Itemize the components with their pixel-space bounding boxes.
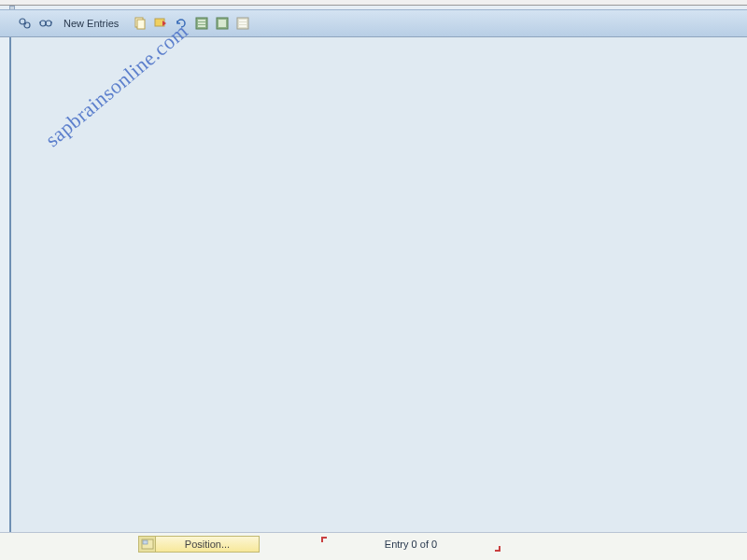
- svg-rect-18: [239, 25, 247, 27]
- bracket-top-left: [321, 537, 329, 552]
- position-button-label: Position...: [156, 539, 259, 550]
- svg-point-3: [40, 21, 46, 26]
- svg-rect-11: [198, 22, 205, 24]
- window-top-border: [0, 0, 747, 6]
- footer: Position... Entry 0 of 0: [0, 532, 747, 560]
- svg-rect-12: [198, 25, 205, 27]
- position-icon: [139, 537, 156, 552]
- watermark-text: sapbrainsonline.com: [41, 19, 193, 152]
- svg-rect-16: [239, 20, 247, 21]
- position-button[interactable]: Position...: [138, 536, 260, 553]
- svg-rect-10: [198, 20, 205, 21]
- svg-rect-7: [137, 20, 145, 29]
- new-entries-button[interactable]: New Entries: [60, 16, 122, 31]
- svg-rect-20: [143, 540, 148, 544]
- delimit-icon[interactable]: [152, 15, 169, 32]
- svg-point-4: [46, 21, 51, 26]
- entry-indicator: Entry 0 of 0: [261, 536, 560, 553]
- undo-icon[interactable]: [173, 15, 190, 32]
- select-all-icon[interactable]: [193, 15, 210, 32]
- svg-rect-17: [239, 22, 247, 24]
- copy-icon[interactable]: [132, 15, 148, 32]
- entry-count-text: Entry 0 of 0: [385, 539, 437, 550]
- glasses-icon[interactable]: [37, 15, 54, 32]
- content-area: sapbrainsonline.com: [9, 37, 747, 532]
- toolbar: New Entries: [0, 9, 747, 37]
- deselect-icon[interactable]: [234, 15, 251, 32]
- svg-rect-14: [218, 20, 226, 27]
- display-change-icon[interactable]: [17, 15, 34, 32]
- select-block-icon[interactable]: [214, 15, 231, 32]
- bracket-bottom-right: [493, 537, 500, 552]
